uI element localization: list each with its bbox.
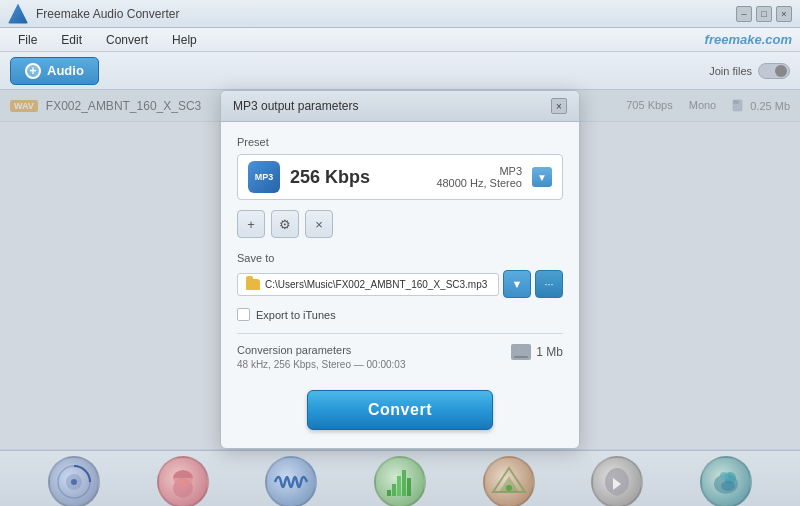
format-flac[interactable]: to FLAC — [374, 456, 426, 506]
format-m4a[interactable]: to M4A — [591, 456, 643, 506]
menu-help[interactable]: Help — [162, 31, 207, 49]
preset-format-icon: MP3 — [248, 161, 280, 193]
plus-icon: + — [25, 63, 41, 79]
export-itunes-row: Export to iTunes — [237, 308, 563, 321]
svg-rect-8 — [392, 484, 396, 496]
app-logo — [8, 4, 28, 24]
join-files-area: Join files — [709, 63, 790, 79]
settings-preset-button[interactable]: ⚙ — [271, 210, 299, 238]
modal-overlay: MP3 output parameters × Preset MP3 256 K… — [0, 90, 800, 449]
format-ogg[interactable]: to OGG — [700, 456, 752, 506]
window-controls: – □ × — [736, 6, 792, 22]
format-mp3-icon — [48, 456, 100, 506]
minimize-button[interactable]: – — [736, 6, 752, 22]
add-audio-button[interactable]: + Audio — [10, 57, 99, 85]
join-files-label: Join files — [709, 65, 752, 77]
svg-point-4 — [71, 479, 77, 485]
preset-actions: + ⚙ × — [237, 210, 563, 238]
save-to-arrow-button[interactable]: ▼ — [503, 270, 531, 298]
add-preset-button[interactable]: + — [237, 210, 265, 238]
folder-icon — [246, 279, 260, 290]
preset-dropdown-button[interactable]: ▼ — [532, 167, 552, 187]
menu-edit[interactable]: Edit — [51, 31, 92, 49]
modal-close-button[interactable]: × — [551, 98, 567, 114]
preset-label: Preset — [237, 136, 563, 148]
format-wav-icon — [265, 456, 317, 506]
toggle-knob — [775, 65, 787, 77]
save-to-label: Save to — [237, 252, 563, 264]
svg-point-12 — [506, 485, 512, 491]
join-files-toggle[interactable] — [758, 63, 790, 79]
format-bar: to MP3 to WMA to WAV — [0, 450, 800, 506]
preset-format-info: 48000 Hz, Stereo — [436, 177, 522, 189]
conv-size: 1 Mb — [511, 344, 563, 360]
preset-row: MP3 256 Kbps MP3 48000 Hz, Stereo ▼ — [237, 154, 563, 200]
menu-bar: File Edit Convert Help freemake.com — [0, 28, 800, 52]
format-wma[interactable]: to WMA — [157, 456, 209, 506]
title-bar: Freemake Audio Converter – □ × — [0, 0, 800, 28]
format-aac-icon — [483, 456, 535, 506]
export-itunes-checkbox[interactable] — [237, 308, 250, 321]
save-to-browse-button[interactable]: ··· — [535, 270, 563, 298]
modal-body: Preset MP3 256 Kbps MP3 48000 Hz, Stereo… — [221, 122, 579, 448]
save-to-row: C:\Users\Music\FX002_AMBNT_160_X_SC3.mp3… — [237, 270, 563, 298]
restore-button[interactable]: □ — [756, 6, 772, 22]
conv-size-value: 1 Mb — [536, 345, 563, 359]
preset-icon-text: MP3 — [255, 172, 274, 182]
main-area: WAV FX002_AMBNT_160_X_SC3 705 Kbps Mono … — [0, 90, 800, 450]
modal-title-bar: MP3 output parameters × — [221, 91, 579, 122]
conversion-params: Conversion parameters 48 kHz, 256 Kbps, … — [237, 333, 563, 370]
format-mp3[interactable]: to MP3 — [48, 456, 100, 506]
svg-point-15 — [720, 472, 728, 480]
conv-params-value: 48 kHz, 256 Kbps, Stereo — 00:00:03 — [237, 359, 405, 370]
save-to-path: C:\Users\Music\FX002_AMBNT_160_X_SC3.mp3 — [265, 279, 487, 290]
export-itunes-label: Export to iTunes — [256, 309, 336, 321]
toolbar: + Audio Join files — [0, 52, 800, 90]
menu-convert[interactable]: Convert — [96, 31, 158, 49]
close-window-button[interactable]: × — [776, 6, 792, 22]
svg-rect-9 — [397, 476, 401, 496]
format-ogg-icon — [700, 456, 752, 506]
format-wav[interactable]: to WAV — [265, 456, 317, 506]
preset-format-name: MP3 — [436, 165, 522, 177]
svg-rect-10 — [402, 470, 406, 496]
title-bar-left: Freemake Audio Converter — [8, 4, 179, 24]
convert-btn-row: Convert — [237, 384, 563, 434]
conv-params-left: Conversion parameters 48 kHz, 256 Kbps, … — [237, 344, 405, 370]
menu-file[interactable]: File — [8, 31, 47, 49]
svg-rect-7 — [387, 490, 391, 496]
preset-details: MP3 48000 Hz, Stereo — [436, 165, 522, 189]
add-audio-label: Audio — [47, 63, 84, 78]
preset-kbps: 256 Kbps — [290, 167, 370, 188]
conv-params-title: Conversion parameters — [237, 344, 405, 356]
format-aac[interactable]: to AAC — [483, 456, 535, 506]
svg-rect-11 — [407, 478, 411, 496]
modal-dialog: MP3 output parameters × Preset MP3 256 K… — [220, 90, 580, 449]
window-title: Freemake Audio Converter — [36, 7, 179, 21]
format-flac-icon — [374, 456, 426, 506]
format-wma-icon — [157, 456, 209, 506]
convert-button[interactable]: Convert — [307, 390, 493, 430]
delete-preset-button[interactable]: × — [305, 210, 333, 238]
hdd-icon — [511, 344, 531, 360]
brand-logo: freemake.com — [705, 32, 792, 47]
save-to-input[interactable]: C:\Users\Music\FX002_AMBNT_160_X_SC3.mp3 — [237, 273, 499, 296]
modal-title: MP3 output parameters — [233, 99, 358, 113]
svg-point-16 — [721, 481, 735, 491]
format-m4a-icon — [591, 456, 643, 506]
